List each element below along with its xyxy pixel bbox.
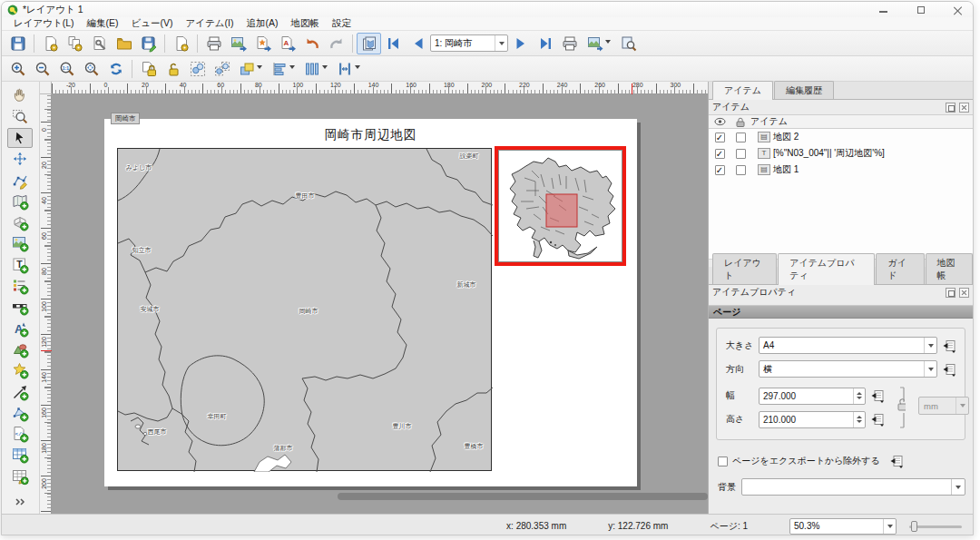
close-panel-icon[interactable]: [959, 288, 969, 298]
zoom-slider[interactable]: [909, 519, 962, 534]
align-items-button[interactable]: [267, 58, 299, 80]
minimize-button[interactable]: [877, 4, 889, 15]
exclude-page-checkbox[interactable]: [718, 457, 728, 466]
toolbar-expand-button[interactable]: [7, 493, 33, 514]
add-attribute-table-button[interactable]: [7, 445, 33, 466]
background-color-button[interactable]: [741, 478, 965, 496]
orientation-combo[interactable]: 横: [759, 360, 937, 378]
zoom-slider-thumb[interactable]: [911, 521, 917, 532]
data-defined-override-button[interactable]: [888, 453, 905, 469]
zoom-level-combo[interactable]: 50.3%: [789, 518, 897, 535]
item-row[interactable]: ✓ T [%"N03_004"|| '周辺地図'%]: [709, 145, 973, 162]
close-button[interactable]: [952, 4, 964, 15]
resize-items-button[interactable]: [332, 58, 365, 80]
unlock-items-button[interactable]: [161, 58, 185, 80]
float-panel-icon[interactable]: [946, 288, 956, 298]
data-defined-override-button[interactable]: [941, 338, 957, 354]
visibility-checkbox[interactable]: ✓: [715, 149, 725, 159]
restore-button[interactable]: [915, 4, 926, 15]
tab-item-properties[interactable]: アイテムプロパティ: [778, 253, 875, 285]
atlas-first-button[interactable]: [381, 33, 406, 54]
add-map-button[interactable]: [7, 191, 33, 211]
lock-checkbox[interactable]: [736, 149, 746, 159]
print-button[interactable]: [201, 33, 226, 54]
lock-items-button[interactable]: [136, 58, 161, 80]
new-layout-button[interactable]: [38, 33, 63, 54]
select-move-item-tool-button[interactable]: [7, 128, 33, 149]
item-row[interactable]: ✓ ▤ 地図 2: [709, 129, 973, 145]
visibility-checkbox[interactable]: ✓: [715, 133, 725, 142]
layout-page[interactable]: 岡崎市周辺地図: [104, 119, 637, 486]
page-size-combo[interactable]: A4: [759, 337, 937, 354]
menu-item[interactable]: 追加(A): [240, 16, 284, 31]
add-node-item-button[interactable]: [7, 402, 33, 423]
atlas-print-button[interactable]: [557, 33, 582, 54]
zoom-out-button[interactable]: [30, 58, 54, 80]
layout-manager-button[interactable]: [87, 33, 112, 54]
tab-guides[interactable]: ガイド: [876, 253, 924, 284]
add-picture-button[interactable]: [7, 233, 33, 254]
pan-tool-button[interactable]: [7, 85, 33, 106]
export-pdf-button[interactable]: A: [275, 33, 299, 54]
menu-item[interactable]: レイアウト(L): [7, 16, 81, 31]
horizontal-scrollbar[interactable]: [338, 493, 708, 500]
add-pages-button[interactable]: [169, 33, 193, 54]
export-image-button[interactable]: [226, 33, 250, 54]
spin-arrows-icon[interactable]: [853, 388, 865, 404]
map-item-1[interactable]: みよし市豊田市知立市安城市岡崎市設楽町新城市幸田町西尾市蒲郡市豊川市豊橋市: [117, 148, 492, 471]
atlas-feature-combo[interactable]: 1: 岡崎市: [430, 34, 508, 52]
atlas-last-button[interactable]: [533, 33, 557, 54]
add-label-button[interactable]: T: [7, 254, 33, 275]
atlas-next-button[interactable]: [508, 33, 533, 54]
menu-item[interactable]: ビュー(V): [125, 16, 180, 31]
layout-workspace[interactable]: -200204060801001201401601802002202402602…: [40, 82, 708, 514]
data-defined-override-button[interactable]: [869, 388, 886, 404]
tab-atlas[interactable]: 地図帳: [926, 253, 973, 284]
save-as-button[interactable]: [136, 33, 161, 54]
menu-item[interactable]: 設定: [326, 16, 358, 31]
add-scalebar-button[interactable]: [7, 297, 33, 318]
link-size-icon[interactable]: [891, 384, 906, 431]
zoom-in-button[interactable]: [5, 58, 30, 80]
move-item-content-tool-button[interactable]: [7, 149, 33, 170]
tab-items[interactable]: アイテム: [712, 81, 773, 100]
data-defined-override-button[interactable]: [941, 361, 957, 378]
add-manual-table-button[interactable]: [7, 466, 33, 486]
width-spinbox[interactable]: 297.000: [759, 388, 866, 405]
save-button[interactable]: [5, 33, 30, 54]
export-svg-button[interactable]: [250, 33, 275, 54]
distribute-items-button[interactable]: [299, 58, 332, 80]
duplicate-layout-button[interactable]: [63, 33, 87, 54]
add-html-button[interactable]: </>: [7, 424, 33, 445]
close-panel-icon[interactable]: [959, 103, 969, 113]
redo-button[interactable]: [324, 33, 348, 54]
refresh-button[interactable]: [103, 58, 128, 80]
zoom-actual-button[interactable]: 1:1: [54, 58, 79, 80]
item-row[interactable]: ✓ ▤ 地図 1: [709, 162, 973, 178]
add-3d-map-button[interactable]: [7, 212, 33, 233]
float-panel-icon[interactable]: [946, 103, 956, 113]
add-north-arrow-button[interactable]: A: [7, 318, 33, 339]
raise-items-button[interactable]: [234, 58, 267, 80]
lock-checkbox[interactable]: [736, 133, 746, 142]
zoom-full-button[interactable]: [79, 58, 103, 80]
edit-nodes-tool-button[interactable]: [7, 170, 33, 191]
atlas-export-button[interactable]: [582, 33, 616, 54]
undo-button[interactable]: [299, 33, 324, 54]
atlas-settings-button[interactable]: [616, 33, 641, 54]
height-spinbox[interactable]: 210.000: [759, 411, 866, 428]
menu-item[interactable]: 編集(E): [81, 16, 125, 31]
spin-arrows-icon[interactable]: [853, 412, 865, 427]
visibility-checkbox[interactable]: ✓: [715, 165, 725, 175]
map-title-label[interactable]: 岡崎市周辺地図: [104, 127, 637, 143]
units-combo[interactable]: mm: [918, 397, 969, 415]
tab-undo-history[interactable]: 編集履歴: [774, 81, 834, 99]
atlas-preview-toggle-button[interactable]: [357, 33, 381, 54]
add-marker-button[interactable]: [7, 360, 33, 381]
atlas-prev-button[interactable]: [406, 33, 430, 54]
menu-item[interactable]: アイテム(I): [180, 16, 240, 31]
group-items-button[interactable]: [185, 58, 210, 80]
map-item-2-selected[interactable]: [495, 146, 626, 266]
add-arrow-button[interactable]: [7, 381, 33, 402]
menu-item[interactable]: 地図帳: [284, 16, 326, 31]
